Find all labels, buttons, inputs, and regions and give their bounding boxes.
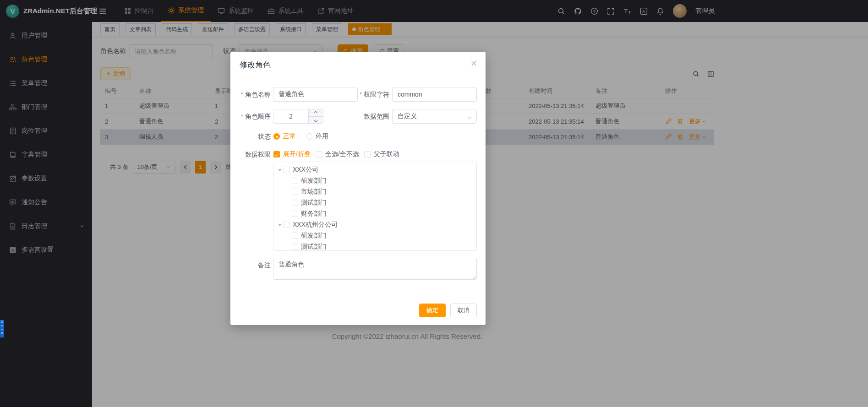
checkbox-label: 父子联动 xyxy=(374,150,399,158)
tree-node-label: 研发部门 xyxy=(301,232,327,240)
close-icon[interactable] xyxy=(470,60,477,67)
form-row-name: 角色名称 权限字符 xyxy=(230,87,486,102)
tree-node[interactable]: 研发部门 xyxy=(273,230,476,241)
form-row-status: 状态 正常停用 xyxy=(230,129,486,144)
tree-checkbox-icon[interactable] xyxy=(292,233,298,239)
tree-node[interactable]: 测试部门 xyxy=(273,197,476,208)
caret-spacer xyxy=(284,180,292,182)
remark-textarea[interactable]: 普通角色 xyxy=(273,258,477,280)
caret-spacer xyxy=(284,191,292,193)
radio-label: 停用 xyxy=(316,132,328,141)
caret-down-icon[interactable] xyxy=(276,169,284,171)
checkbox-icon xyxy=(273,151,280,157)
order-value: 2 xyxy=(273,109,308,123)
radio-icon xyxy=(306,133,312,140)
dialog-status-label: 状态 xyxy=(230,129,271,144)
checkbox-label: 全选/全不选 xyxy=(325,150,359,158)
chevron-up-icon xyxy=(314,111,317,115)
tree-checkbox-icon[interactable] xyxy=(292,200,298,206)
tree-node-label: 测试部门 xyxy=(301,199,327,207)
checkbox-icon xyxy=(364,151,371,157)
confirm-button[interactable]: 确定 xyxy=(419,304,446,317)
form-row-dataperm: 数据权限 展开/折叠全选/全不选父子联动 xyxy=(230,147,486,162)
tree-checkbox-icon[interactable] xyxy=(292,189,298,195)
caret-spacer xyxy=(284,246,292,248)
dept-tree: XXX公司研发部门市场部门测试部门财务部门XXX杭州分公司研发部门测试部门 xyxy=(273,162,477,251)
dialog-remark-label: 备注 xyxy=(230,258,271,272)
checkbox-label: 展开/折叠 xyxy=(283,150,311,158)
tree-node[interactable]: 测试部门 xyxy=(273,241,476,251)
tree-checkbox-icon[interactable] xyxy=(284,167,290,173)
tree-node[interactable]: XXX杭州分公司 xyxy=(273,219,476,230)
tree-checkbox-icon[interactable] xyxy=(292,211,298,217)
tree-node[interactable]: XXX公司 xyxy=(273,164,476,175)
tree-node[interactable]: 研发部门 xyxy=(273,175,476,186)
status-radio[interactable]: 正常 xyxy=(273,132,296,141)
radio-label: 正常 xyxy=(283,132,296,141)
dialog-scope-label: 数据范围 xyxy=(334,109,389,124)
cancel-button[interactable]: 取消 xyxy=(450,304,477,317)
tree-checkbox-icon[interactable] xyxy=(292,178,298,184)
dialog-title: 修改角色 xyxy=(240,60,271,70)
caret-spacer xyxy=(284,213,292,215)
chevron-down-icon xyxy=(314,118,317,122)
dialog-perm-char-input[interactable] xyxy=(392,87,477,102)
dialog-footer: 确定 取消 xyxy=(419,304,477,317)
data-perm-options: 展开/折叠全选/全不选父子联动 xyxy=(273,147,404,162)
edit-role-dialog: 修改角色 角色名称 权限字符 角色顺序 2 数据范围 自定义 状态 正常停用 数… xyxy=(230,52,486,325)
dialog-data-perm-label: 数据权限 xyxy=(230,147,271,162)
tree-node-label: XXX杭州分公司 xyxy=(293,221,338,229)
caret-spacer xyxy=(284,235,292,237)
tree-node-label: 财务部门 xyxy=(301,210,327,218)
perm-checkbox[interactable]: 展开/折叠 xyxy=(273,150,311,158)
status-radio-group: 正常停用 xyxy=(273,129,338,144)
increase-button[interactable] xyxy=(309,109,323,116)
checkbox-icon xyxy=(316,151,322,157)
tree-node-label: 测试部门 xyxy=(301,243,327,251)
caret-spacer xyxy=(284,202,292,204)
decrease-button[interactable] xyxy=(309,116,323,124)
tree-checkbox-icon[interactable] xyxy=(284,222,290,228)
screen-artifact xyxy=(0,320,4,337)
tree-node[interactable]: 财务部门 xyxy=(273,208,476,219)
remark-value: 普通角色 xyxy=(278,260,304,268)
scope-value: 自定义 xyxy=(398,112,417,120)
dialog-order-label: 角色顺序 xyxy=(230,109,271,124)
chevron-down-icon xyxy=(467,114,472,119)
stepper-controls xyxy=(308,109,323,123)
radio-icon xyxy=(273,133,280,140)
dialog-role-name-label: 角色名称 xyxy=(230,87,271,102)
form-row-order: 角色顺序 2 数据范围 自定义 xyxy=(230,109,486,124)
tree-node[interactable]: 市场部门 xyxy=(273,186,476,197)
form-row-remark: 备注 普通角色 xyxy=(230,258,486,280)
perm-checkbox[interactable]: 父子联动 xyxy=(364,150,399,158)
resize-handle-icon[interactable] xyxy=(472,275,476,279)
tree-node-label: 研发部门 xyxy=(301,177,327,185)
caret-down-icon[interactable] xyxy=(276,224,284,226)
status-radio[interactable]: 停用 xyxy=(306,132,328,141)
order-stepper[interactable]: 2 xyxy=(273,109,323,124)
tree-checkbox-icon[interactable] xyxy=(292,244,298,250)
tree-node-label: 市场部门 xyxy=(301,188,327,196)
dialog-perm-char-label: 权限字符 xyxy=(334,87,389,102)
perm-checkbox[interactable]: 全选/全不选 xyxy=(316,150,359,158)
tree-node-label: XXX公司 xyxy=(293,166,318,174)
scope-select[interactable]: 自定义 xyxy=(392,109,477,124)
